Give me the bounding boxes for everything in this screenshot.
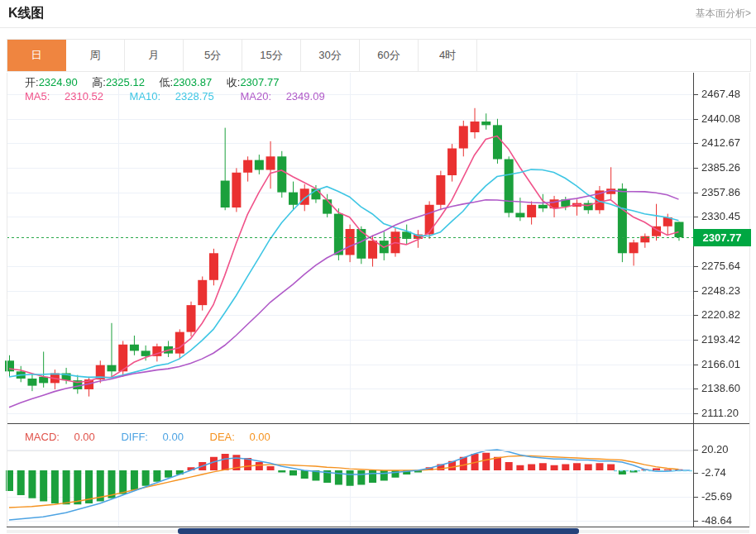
price-tick-label: 2193.42 [701, 333, 740, 346]
close-value: 2307.77 [240, 76, 279, 88]
macd-tick-label: -48.64 [701, 514, 732, 527]
ohlc-readout: 开:2324.90 高:2325.12 低:2303.87 收:2307.77 [25, 75, 290, 90]
macd-tick-label: -2.74 [701, 466, 726, 479]
macd-readout: MACD: 0.00 DIFF: 0.00 DEA: 0.00 [25, 431, 294, 443]
price-tick-label: 2412.67 [701, 136, 740, 149]
macd-value: 0.00 [74, 431, 95, 443]
price-tick-label: 2138.60 [701, 382, 740, 394]
ma10-value: 2328.75 [175, 90, 214, 103]
open-label: 开: [25, 76, 39, 88]
ma10-label: MA10: [130, 90, 161, 103]
price-tick-label: 2220.82 [701, 308, 740, 321]
price-tick-label: 2330.45 [701, 210, 740, 222]
tab-30min[interactable]: 30分 [301, 40, 360, 71]
price-tick-label: 2248.23 [701, 284, 740, 297]
tab-60min[interactable]: 60分 [360, 40, 419, 71]
dea-value: 0.00 [249, 431, 270, 443]
macd-tick-label: -25.69 [701, 490, 732, 503]
dea-label: DEA: [210, 431, 235, 443]
chart-scrollbar-thumb[interactable] [178, 528, 579, 534]
tab-4hour[interactable]: 4时 [419, 40, 477, 71]
macd-tick-label: 20.20 [701, 443, 729, 455]
price-tick-label: 2385.26 [701, 161, 740, 174]
close-label: 收: [227, 76, 241, 88]
low-value: 2303.87 [173, 76, 212, 88]
price-tick-label: 2275.64 [701, 260, 740, 272]
high-label: 高: [92, 76, 106, 88]
diff-label: DIFF: [121, 431, 148, 443]
ma5-label: MA5: [25, 90, 50, 103]
macd-label: MACD: [25, 431, 60, 443]
high-value: 2325.12 [106, 76, 145, 88]
price-tick-label: 2111.20 [701, 407, 739, 419]
open-value: 2324.90 [39, 76, 78, 88]
diff-value: 0.00 [163, 431, 184, 443]
tab-15min[interactable]: 15分 [242, 40, 301, 71]
fundamental-analysis-link[interactable]: 基本面分析> [696, 7, 751, 21]
page-title: K线图 [8, 5, 45, 22]
ma-readout: MA5: 2310.52 MA10: 2328.75 MA20: 2349.09 [25, 90, 348, 103]
tab-month[interactable]: 月 [125, 40, 184, 71]
timeframe-tabs: 日 周 月 5分 15分 30分 60分 4时 [7, 39, 751, 72]
ma20-label: MA20: [240, 90, 271, 103]
price-tick-label: 2166.01 [701, 358, 740, 370]
tab-5min[interactable]: 5分 [184, 40, 242, 71]
price-tick-label: 2467.48 [701, 88, 740, 100]
header-divider [0, 27, 756, 28]
ma5-value: 2310.52 [65, 90, 103, 103]
price-tick-label: 2440.08 [701, 112, 740, 125]
current-price-badge: 2307.77 [693, 229, 751, 246]
low-label: 低: [160, 76, 174, 88]
tab-day[interactable]: 日 [7, 40, 66, 71]
tab-week[interactable]: 周 [66, 40, 125, 71]
price-tick-label: 2357.86 [701, 186, 740, 198]
ma20-value: 2349.09 [286, 90, 325, 103]
kline-page: K线图 基本面分析> 日 周 月 5分 15分 30分 60分 4时 开:232… [0, 0, 756, 534]
